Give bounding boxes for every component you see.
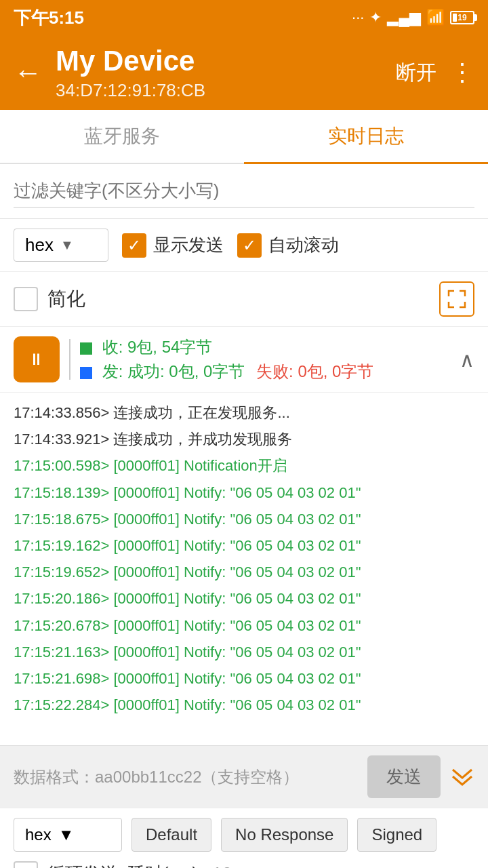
log-line: 17:15:22.284> [0000ff01] Notify: "06 05 … (14, 692, 474, 718)
stats-icon: ⏸ (14, 336, 60, 382)
header-actions: 断开 ⋮ (396, 58, 474, 87)
write-type-signed[interactable]: Signed (357, 818, 436, 852)
show-send-checkbox-label[interactable]: ✓ 显示发送 (122, 233, 224, 258)
device-name: My Device (56, 45, 396, 77)
stats-panel: ⏸ 收: 9包, 54字节 发: 成功: 0包, 0字节 失败: 0包, 0字节… (0, 327, 488, 393)
chevron-down-icon: ▼ (60, 237, 74, 253)
bottom-chevron-icon: ▼ (58, 825, 75, 844)
filter-input[interactable] (14, 175, 474, 208)
tab-bar: 蓝牙服务 实时日志 (0, 110, 488, 164)
bottom-row1: hex ▼ Default No Response Signed (14, 818, 474, 852)
log-line: 17:15:18.139> [0000ff01] Notify: "06 05 … (14, 479, 474, 506)
write-type-no-response[interactable]: No Response (221, 818, 348, 852)
more-menu-button[interactable]: ⋮ (450, 58, 474, 87)
loop-send-checkbox[interactable] (14, 861, 38, 868)
log-area: 17:14:33.856> 连接成功，正在发现服务...17:14:33.921… (0, 393, 488, 745)
log-line: 17:14:33.921> 连接成功，并成功发现服务 (14, 426, 474, 452)
status-time: 下午5:15 (14, 6, 84, 30)
send-area: 数据格式：aa00bb11cc22（支持空格） 发送 (0, 745, 488, 808)
show-send-checkbox[interactable]: ✓ (122, 233, 146, 258)
bottom-row2: 循环发送 延时(ms): 10 (14, 861, 474, 868)
wifi-icon: 📶 (426, 9, 445, 26)
tab-bluetooth-service[interactable]: 蓝牙服务 (0, 110, 244, 163)
log-line: 17:15:00.598> [0000ff01] Notification开启 (14, 452, 474, 479)
auto-scroll-checkbox[interactable]: ✓ (237, 233, 262, 258)
expand-send-icon[interactable] (450, 762, 474, 792)
battery-fill (453, 14, 457, 22)
app-header: ← My Device 34:D7:12:91:78:CB 断开 ⋮ (0, 35, 488, 110)
log-line: 17:15:21.163> [0000ff01] Notify: "06 05 … (14, 639, 474, 665)
send-row: 数据格式：aa00bb11cc22（支持空格） 发送 (14, 755, 474, 798)
filter-section (0, 164, 488, 219)
loop-send-label: 循环发送 (47, 862, 118, 869)
log-line: 17:15:20.678> [0000ff01] Notify: "06 05 … (14, 612, 474, 639)
send-button[interactable]: 发送 (367, 755, 441, 798)
pause-icon: ⏸ (28, 350, 45, 369)
show-send-label: 显示发送 (153, 233, 224, 257)
signal-bars-icon: ▂▄▆ (387, 9, 421, 26)
simplify-left: 简化 (14, 286, 85, 312)
format-select[interactable]: hex ▼ (14, 229, 108, 262)
disconnect-button[interactable]: 断开 (396, 59, 436, 87)
bottom-format-select[interactable]: hex ▼ (14, 818, 122, 852)
expand-button[interactable] (439, 281, 474, 317)
log-line: 17:15:21.698> [0000ff01] Notify: "06 05 … (14, 665, 474, 692)
log-line: 17:15:19.652> [0000ff01] Notify: "06 05 … (14, 559, 474, 585)
delay-label: 延时(ms): (127, 862, 203, 869)
format-value: hex (25, 235, 54, 256)
status-icons: ··· ✦ ▂▄▆ 📶 19 (352, 9, 474, 26)
collapse-button[interactable]: ∧ (460, 348, 474, 372)
delay-value: 10 (212, 863, 232, 869)
stats-text: 收: 9包, 54字节 发: 成功: 0包, 0字节 失败: 0包, 0字节 (80, 336, 450, 382)
simplify-label: 简化 (47, 286, 85, 312)
log-line: 17:15:19.162> [0000ff01] Notify: "06 05 … (14, 532, 474, 559)
tab-realtime-log[interactable]: 实时日志 (244, 110, 488, 163)
bluetooth-icon: ✦ (369, 9, 382, 26)
auto-scroll-label: 自动滚动 (268, 233, 339, 257)
stats-send: 发: 成功: 0包, 0字节 失败: 0包, 0字节 (80, 361, 450, 382)
battery-icon: 19 (450, 11, 474, 24)
log-line: 17:15:18.675> [0000ff01] Notify: "06 05 … (14, 506, 474, 532)
stats-divider (69, 339, 70, 380)
send-placeholder: 数据格式：aa00bb11cc22（支持空格） (14, 768, 299, 786)
log-line: 17:15:20.186> [0000ff01] Notify: "06 05 … (14, 585, 474, 612)
log-line: 17:14:33.856> 连接成功，正在发现服务... (14, 399, 474, 426)
back-button[interactable]: ← (14, 56, 42, 89)
stats-recv: 收: 9包, 54字节 (80, 336, 450, 358)
battery-level: 19 (458, 13, 466, 22)
signal-dots-icon: ··· (352, 9, 364, 26)
status-bar: 下午5:15 ··· ✦ ▂▄▆ 📶 19 (0, 0, 488, 35)
auto-scroll-checkbox-label[interactable]: ✓ 自动滚动 (237, 233, 339, 258)
title-area: My Device 34:D7:12:91:78:CB (56, 45, 396, 101)
bottom-format-value: hex (25, 825, 52, 844)
write-type-default[interactable]: Default (131, 818, 211, 852)
device-mac: 34:D7:12:91:78:CB (56, 80, 396, 101)
controls-row: hex ▼ ✓ 显示发送 ✓ 自动滚动 (0, 219, 488, 272)
simplify-row: 简化 (0, 272, 488, 327)
simplify-checkbox[interactable] (14, 287, 38, 311)
send-input: 数据格式：aa00bb11cc22（支持空格） (14, 766, 358, 788)
bottom-controls: hex ▼ Default No Response Signed 循环发送 延时… (0, 808, 488, 868)
